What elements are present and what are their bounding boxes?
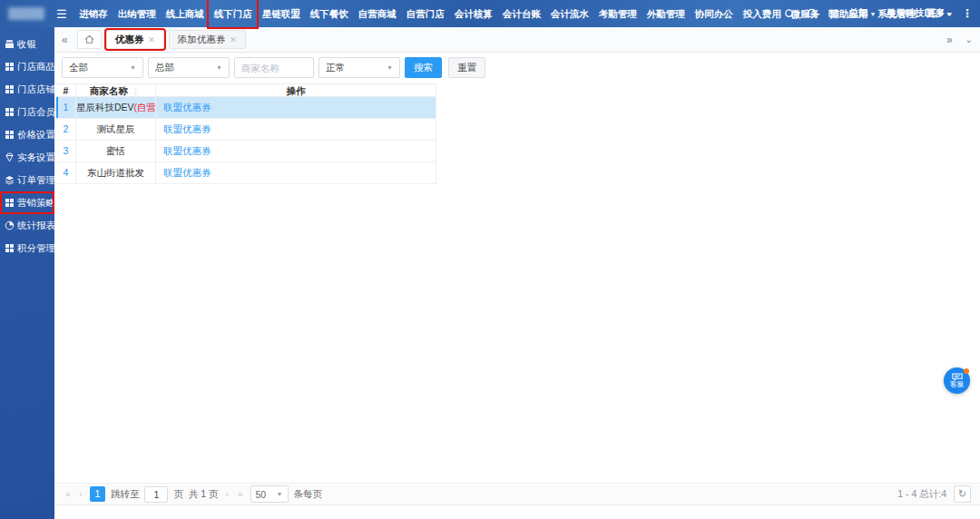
close-icon[interactable]: ✕: [230, 35, 237, 44]
alliance-coupon-link[interactable]: 联盟优惠券: [163, 145, 211, 156]
nav-item-hesuan[interactable]: 会计核算: [449, 0, 497, 27]
org-switcher[interactable]: 总部▼: [849, 7, 877, 20]
sidebar-item-jiage-shezhi[interactable]: 价格设置: [0, 123, 54, 146]
sidebar-item-label: 收银: [17, 38, 36, 51]
sidebar-item-yingxiao-celue[interactable]: 营销策略: [0, 191, 54, 214]
org-select[interactable]: 总部 ▼: [148, 57, 230, 78]
sidebar-item-mendian-huiyuan[interactable]: 门店会员: [0, 101, 54, 123]
reset-button[interactable]: 重置: [448, 57, 485, 78]
select-value: 正常: [326, 62, 345, 74]
bell-icon[interactable]: [806, 8, 818, 20]
table-row[interactable]: 2 测试星辰 联盟优惠券: [56, 119, 436, 141]
app-window: ☰ 进销存 出纳管理 线上商城 线下门店 星链联盟 线下餐饮 自营商城 自营门店…: [0, 0, 980, 519]
layers-icon: [5, 175, 15, 185]
hamburger-menu-icon[interactable]: ☰: [56, 7, 67, 21]
sidebar-item-mendian-dianpu[interactable]: 门店店铺: [0, 78, 54, 101]
filter-bar: 全部 ▼ 总部 ▼ 正常 ▼ 搜索 重置: [54, 53, 980, 82]
customer-service-button[interactable]: 客服: [944, 367, 970, 394]
table-row[interactable]: 4 东山街道批发 联盟优惠券: [56, 162, 436, 184]
alliance-coupon-link[interactable]: 联盟优惠券: [163, 167, 211, 178]
nav-item-liushui[interactable]: 会计流水: [545, 0, 593, 27]
merchant-name-input[interactable]: [234, 57, 314, 78]
tenant-switcher[interactable]: 星辰科技DEV▼: [886, 7, 952, 20]
col-index-header: #: [56, 84, 76, 96]
first-page-icon[interactable]: «: [64, 489, 73, 499]
sidebar-item-label: 统计报表: [17, 220, 55, 232]
tab-list-dropdown-icon[interactable]: ⌄: [965, 34, 973, 44]
nav-item-xietong[interactable]: 协同办公: [690, 0, 738, 27]
grid-icon: [5, 107, 15, 117]
scope-select[interactable]: 全部 ▼: [62, 57, 143, 78]
main-area: « 优惠券 ✕ 添加优惠券 ✕ » ⌄ 全部 ▼: [54, 27, 980, 519]
topbar-right-cluster: 总部▼ 星辰科技DEV▼ ⋮: [784, 0, 973, 27]
tab-scroll-right-icon[interactable]: »: [946, 34, 953, 46]
collapse-tabs-icon[interactable]: «: [62, 34, 68, 46]
chevron-down-icon: ▼: [946, 11, 952, 17]
refresh-icon[interactable]: ↻: [954, 485, 971, 503]
customer-service-label: 客服: [950, 381, 964, 388]
jump-page-input[interactable]: [144, 486, 168, 503]
nav-item-taizhang[interactable]: 会计台账: [497, 0, 545, 27]
range-summary: 1 - 4 总计:4: [897, 488, 946, 501]
message-icon[interactable]: [828, 8, 839, 20]
diamond-icon: [5, 152, 15, 162]
nav-item-xinglian[interactable]: 星链联盟: [257, 0, 305, 27]
close-icon[interactable]: ✕: [148, 35, 155, 44]
grid-icon: [5, 84, 15, 94]
chevron-right-icon: 〉: [133, 87, 142, 96]
tab-coupon[interactable]: 优惠券 ✕: [106, 30, 164, 49]
alliance-coupon-link[interactable]: 联盟优惠券: [163, 123, 211, 134]
search-button[interactable]: 搜索: [405, 57, 442, 78]
sidebar-item-jifen-guanli[interactable]: 积分管理: [0, 237, 54, 260]
table-row[interactable]: 3 蜜恬 联盟优惠券: [56, 141, 436, 162]
sidebar-item-shiwu-shezhi[interactable]: 实务设置: [0, 146, 54, 169]
next-page-icon[interactable]: ›: [224, 489, 230, 499]
chevron-down-icon: ▼: [130, 64, 136, 71]
chevron-down-icon: ▼: [216, 64, 222, 71]
nav-item-xianshang[interactable]: 线上商城: [161, 0, 209, 27]
sidebar-item-dingdan-guanli[interactable]: 订单管理: [0, 169, 54, 191]
last-page-icon[interactable]: »: [236, 489, 245, 499]
row-index: 3: [56, 141, 76, 162]
pie-chart-icon: [5, 220, 15, 230]
table-row[interactable]: 1 星辰科技DEV(自营店) 联盟优惠券: [56, 97, 436, 119]
home-icon: [84, 34, 94, 44]
row-index: 2: [56, 119, 76, 140]
prev-page-icon[interactable]: ‹: [78, 489, 84, 499]
nav-item-chuna[interactable]: 出纳管理: [113, 0, 161, 27]
chevron-down-icon: ▼: [277, 491, 283, 497]
nav-item-touru[interactable]: 投入费用: [738, 0, 786, 27]
content-panel: 全部 ▼ 总部 ▼ 正常 ▼ 搜索 重置 # 商家名称〉: [54, 53, 980, 519]
sidebar-item-shouyin[interactable]: 收银: [0, 33, 54, 55]
status-select[interactable]: 正常 ▼: [318, 57, 400, 78]
merchant-type-note: (自营店): [134, 102, 156, 113]
nav-item-ziying-mendian[interactable]: 自营门店: [401, 0, 449, 27]
row-index: 4: [56, 162, 76, 183]
sidebar-item-mendian-shangpin[interactable]: 门店商品: [0, 55, 54, 78]
sidebar-item-label: 订单管理: [17, 174, 55, 187]
tab-add-coupon[interactable]: 添加优惠券 ✕: [169, 30, 246, 49]
page-size-select[interactable]: 50 ▼: [250, 485, 289, 503]
nav-item-ziying-shangcheng[interactable]: 自营商城: [353, 0, 401, 27]
tab-home[interactable]: [77, 30, 102, 49]
app-logo: [8, 7, 44, 20]
select-value: 总部: [155, 62, 174, 74]
grid-icon: [5, 243, 15, 253]
nav-item-xianxia-mendian[interactable]: 线下门店: [209, 0, 257, 27]
sidebar-item-tongji-baobiao[interactable]: 统计报表: [0, 214, 54, 237]
chevron-down-icon: ▼: [870, 11, 877, 17]
merchant-name: 星辰科技DEV(自营店): [76, 97, 156, 118]
nav-item-kaoqin[interactable]: 考勤管理: [593, 0, 642, 27]
col-merchant-header[interactable]: 商家名称〉: [76, 84, 156, 96]
nav-item-waiqin[interactable]: 外勤管理: [642, 0, 690, 27]
page-unit-label: 页: [173, 488, 183, 501]
merchant-name: 东山街道批发: [76, 162, 156, 183]
search-icon[interactable]: [784, 8, 796, 20]
nav-item-canyin[interactable]: 线下餐饮: [305, 0, 353, 27]
merchant-name: 蜜恬: [76, 141, 156, 162]
more-options-icon[interactable]: ⋮: [962, 7, 973, 20]
nav-item-jinxiaocun[interactable]: 进销存: [74, 0, 113, 27]
current-page-button[interactable]: 1: [90, 486, 105, 502]
alliance-coupon-link[interactable]: 联盟优惠券: [163, 102, 211, 113]
merchant-name: 测试星辰: [76, 119, 156, 140]
